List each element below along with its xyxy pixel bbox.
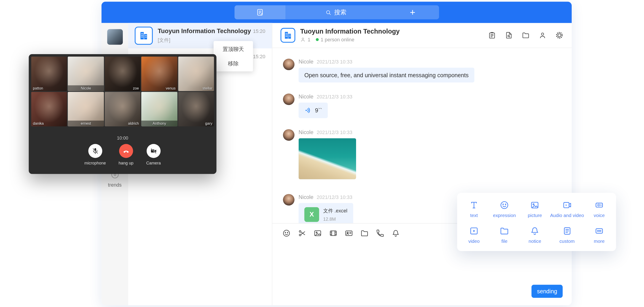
panel-item-notice[interactable]: notice bbox=[520, 222, 550, 248]
chat-header-actions bbox=[488, 31, 564, 39]
folder-icon bbox=[360, 229, 369, 238]
participant-tile: Nicole bbox=[68, 57, 104, 91]
members-button[interactable] bbox=[538, 31, 546, 39]
hang-up-circle bbox=[119, 144, 133, 158]
note-button[interactable] bbox=[234, 5, 286, 19]
top-pill: 搜索 + bbox=[234, 5, 439, 19]
sender-name: Nicole bbox=[299, 59, 314, 65]
plus-icon: + bbox=[410, 7, 415, 18]
panel-item-audio-video[interactable]: Audio and video bbox=[550, 196, 584, 222]
audio-video-icon bbox=[562, 200, 572, 210]
message-time: 2021/12/3 10:33 bbox=[317, 194, 352, 200]
video-icon bbox=[469, 226, 479, 236]
search-box[interactable]: 搜索 bbox=[285, 8, 386, 16]
text-message-bubble[interactable]: Open source, free, and universal instant… bbox=[299, 68, 474, 82]
group-files-button[interactable] bbox=[522, 31, 530, 39]
panel-item-picture[interactable]: picture bbox=[520, 196, 550, 222]
more-icon bbox=[594, 226, 604, 236]
announcement-button[interactable] bbox=[488, 31, 496, 39]
hang-up-label: hang up bbox=[119, 161, 134, 165]
search-label: 搜索 bbox=[334, 8, 346, 16]
excel-file-icon: X bbox=[304, 207, 319, 222]
panel-item-more[interactable]: more bbox=[584, 222, 614, 248]
sender-avatar[interactable] bbox=[283, 129, 294, 141]
sender-avatar[interactable] bbox=[283, 194, 294, 205]
custom-icon bbox=[562, 226, 572, 236]
sender-avatar[interactable] bbox=[283, 59, 294, 70]
chat-main: Tuoyun Information Technology 1 1 person… bbox=[272, 23, 572, 306]
emoji-button[interactable] bbox=[282, 229, 291, 238]
panel-item-file[interactable]: file bbox=[489, 222, 520, 248]
message-meta: Nicole 2021/12/3 10:33 bbox=[299, 194, 353, 200]
menu-item-pin-chat[interactable]: 置顶聊天 bbox=[214, 42, 253, 56]
building-icon bbox=[283, 31, 292, 40]
message-meta: Nicole 2021/12/3 10:33 bbox=[299, 129, 356, 135]
message: Nicole 2021/12/3 10:33 Open source, free… bbox=[283, 59, 562, 82]
send-image-button[interactable] bbox=[313, 229, 322, 238]
file-search-icon bbox=[505, 31, 513, 39]
add-button[interactable]: + bbox=[386, 5, 439, 19]
panel-item-text[interactable]: text bbox=[459, 196, 489, 222]
film-icon bbox=[329, 229, 338, 238]
sender-name: Nicole bbox=[299, 194, 314, 200]
participant-tile: ernest bbox=[68, 92, 104, 126]
participant-tile: stellar bbox=[178, 57, 214, 91]
settings-button[interactable] bbox=[555, 31, 564, 39]
image-message-beach-photo[interactable] bbox=[299, 138, 356, 179]
participant-tile: venus bbox=[141, 57, 177, 91]
message-time: 2021/12/3 10:33 bbox=[317, 59, 352, 65]
note-icon bbox=[256, 8, 264, 16]
conversation-title: Tuoyun Information Technology bbox=[158, 27, 251, 34]
panel-item-label: more bbox=[594, 239, 605, 244]
microphone-label: microphone bbox=[84, 161, 106, 165]
participant-tile: aldrich bbox=[105, 92, 141, 126]
menu-item-remove[interactable]: 移除 bbox=[214, 56, 253, 71]
phone-icon bbox=[376, 229, 384, 238]
participant-name: venus bbox=[166, 86, 176, 90]
participant-name: patton bbox=[33, 86, 43, 90]
sender-avatar[interactable] bbox=[283, 93, 294, 105]
panel-item-video[interactable]: video bbox=[459, 222, 489, 248]
group-icon-box bbox=[135, 27, 153, 45]
file-name: 文件 .excel bbox=[323, 208, 347, 215]
hang-up-icon bbox=[122, 147, 130, 155]
microphone-toggle-button[interactable]: microphone bbox=[84, 144, 106, 165]
chat-header: Tuoyun Information Technology 1 1 person… bbox=[272, 23, 572, 48]
chat-record-button[interactable] bbox=[505, 31, 513, 39]
file-message-bubble[interactable]: X 文件 .excel 12.8M bbox=[299, 203, 353, 223]
online-text: 1 person online bbox=[321, 37, 354, 42]
hang-up-button[interactable]: hang up bbox=[119, 144, 134, 165]
participant-name: Nicole bbox=[68, 85, 104, 91]
panel-item-custom[interactable]: custom bbox=[550, 222, 584, 248]
call-controls: microphone hang up bbox=[29, 144, 216, 165]
conversation-context-menu: 置顶聊天 移除 bbox=[214, 41, 253, 71]
panel-item-expression[interactable]: expression bbox=[489, 196, 520, 222]
participant-tile: danika bbox=[31, 92, 67, 126]
panel-item-voice[interactable]: voice bbox=[584, 196, 614, 222]
sender-name: Nicole bbox=[299, 129, 314, 135]
member-count: 1 bbox=[308, 37, 310, 42]
screenshot-button[interactable] bbox=[298, 229, 306, 238]
message-meta: Nicole 2021/12/3 10:33 bbox=[299, 93, 352, 100]
message-body: Nicole 2021/12/3 10:33 Open source, free… bbox=[299, 59, 474, 82]
panel-item-label: picture bbox=[528, 213, 542, 218]
gear-icon bbox=[555, 31, 564, 39]
participant-name: aldrich bbox=[128, 121, 139, 126]
notice-icon bbox=[530, 226, 540, 236]
send-card-button[interactable] bbox=[345, 229, 353, 238]
send-button[interactable]: sending bbox=[532, 285, 562, 298]
voice-message-bubble[interactable]: 9`` bbox=[299, 103, 328, 118]
send-video-button[interactable] bbox=[329, 229, 338, 238]
conversation-time: 15:20 bbox=[253, 54, 265, 59]
trends-label: trends bbox=[102, 182, 128, 188]
members-count-icon bbox=[300, 37, 306, 42]
call-button[interactable] bbox=[376, 229, 384, 238]
participant-tile: gary bbox=[178, 92, 214, 126]
online-dot bbox=[316, 38, 318, 41]
announcement-icon bbox=[488, 31, 496, 39]
camera-toggle-button[interactable]: Camera bbox=[146, 144, 161, 165]
user-avatar[interactable] bbox=[107, 29, 122, 45]
notice-button[interactable] bbox=[391, 229, 400, 238]
panel-item-label: notice bbox=[528, 239, 541, 244]
send-file-button[interactable] bbox=[360, 229, 369, 238]
